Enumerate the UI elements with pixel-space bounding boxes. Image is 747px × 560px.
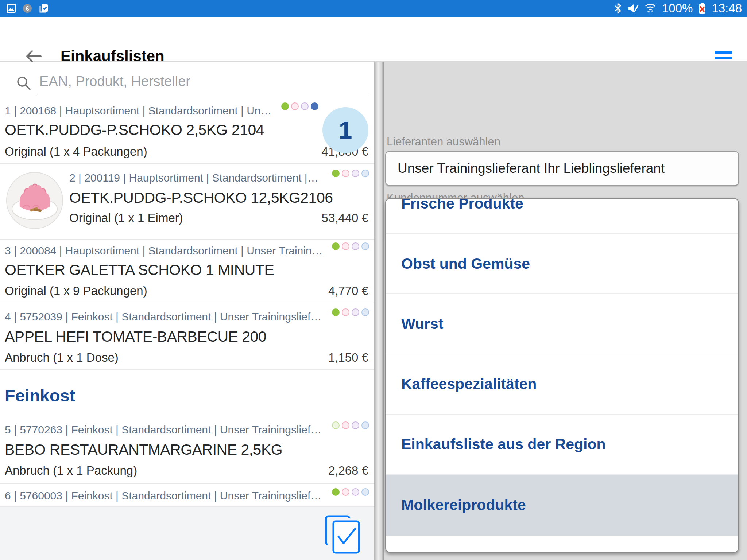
- product-meta: 6 | 5760003 | Feinkost | Standardsortime…: [5, 490, 321, 502]
- product-price: 1,150 €: [328, 351, 368, 365]
- supplier-select[interactable]: Unser Trainingslieferant Ihr Lieblingsli…: [385, 151, 739, 186]
- assortment-dot: [352, 308, 359, 316]
- search-row: [0, 62, 374, 98]
- shopping-list-panel: Frische Produkte Obst und Gemüse Wurst K…: [385, 198, 739, 553]
- list-footer: [0, 507, 374, 560]
- list-item-einkaufsliste-aus-der-region[interactable]: Einkaufsliste aus der Region: [386, 415, 738, 475]
- assortment-dot: [342, 421, 349, 429]
- list-item-molkereiprodukte[interactable]: Molkereiprodukte: [386, 475, 738, 536]
- list-item-stub: [386, 536, 738, 551]
- hamburger-bar: [715, 57, 732, 59]
- product-variant: Original (1 x 1 Eimer): [69, 211, 183, 225]
- back-button[interactable]: [24, 49, 43, 63]
- list-item-obst-und-gemuese[interactable]: Obst und Gemüse: [386, 234, 738, 294]
- product-price: 4,770 €: [328, 284, 368, 298]
- product-meta: 1 | 200168 | Hauptsortiment | Standardso…: [5, 105, 272, 117]
- assortment-dot: [352, 421, 359, 429]
- supplier-select-label: Lieferanten auswählen: [387, 135, 500, 148]
- assortment-dot: [332, 488, 340, 496]
- hamburger-bar: [715, 51, 732, 54]
- clipboard-check-icon: [39, 3, 49, 13]
- assortment-dot: [332, 421, 340, 429]
- drawer-edge-handle[interactable]: [374, 62, 384, 560]
- battery-percent: 100%: [662, 1, 693, 15]
- product-price: 53,440 €: [322, 211, 368, 225]
- assortment-dot: [352, 488, 359, 496]
- assortment-dots: [330, 242, 369, 250]
- assortment-dot: [361, 308, 369, 316]
- app-screen: € 100%: [0, 0, 747, 560]
- bluetooth-icon: [614, 3, 622, 14]
- assortment-dot: [342, 308, 349, 316]
- product-meta: 5 | 5770263 | Feinkost | Standardsortime…: [5, 424, 321, 436]
- product-variant: Anbruch (1 x 1 Packung): [5, 464, 137, 478]
- product-title: OETKER GALETTA SCHOKO 1 MINUTE: [5, 261, 274, 279]
- clock: 13:48: [712, 1, 742, 15]
- product-meta: 3 | 200084 | Hauptsortiment | Standardso…: [5, 245, 323, 257]
- assortment-dot: [332, 308, 340, 316]
- wifi-icon: [644, 3, 657, 14]
- list-item-wurst[interactable]: Wurst: [386, 294, 738, 354]
- assortment-dot: [332, 170, 340, 177]
- assortment-dots: [330, 308, 369, 316]
- app-header: Einkaufslisten: [0, 17, 747, 62]
- status-bar: € 100%: [0, 0, 747, 17]
- product-price: 2,268 €: [328, 464, 368, 478]
- svg-text:€: €: [26, 5, 29, 12]
- product-image: [6, 172, 63, 229]
- assortment-dots: [279, 102, 318, 110]
- assortment-dots: [330, 170, 369, 177]
- search-underline: [36, 94, 368, 94]
- product-variant: Original (1 x 9 Packungen): [5, 284, 147, 298]
- assortment-dots: [330, 488, 369, 496]
- battery-error-icon: [698, 2, 707, 15]
- product-row-2[interactable]: 2 | 200119 | Hauptsortiment | Standardso…: [0, 164, 374, 240]
- product-row-3[interactable]: 3 | 200084 | Hauptsortiment | Standardso…: [0, 240, 374, 303]
- selection-drawer: Lieferanten auswählen Unser Trainingslie…: [374, 62, 747, 560]
- product-title: APPEL HEFI TOMATE-BARBECUE 200: [5, 328, 266, 345]
- assortment-dot: [342, 242, 349, 250]
- assortment-dot: [361, 421, 369, 429]
- assortment-dot: [361, 242, 369, 250]
- assortment-dot: [352, 242, 359, 250]
- product-meta: 4 | 5752039 | Feinkost | Standardsortime…: [5, 311, 321, 323]
- list-item-kaffeespezialitaeten[interactable]: Kaffeespezialitäten: [386, 354, 738, 415]
- product-variant: Original (1 x 4 Packungen): [5, 145, 147, 159]
- product-title: OETK.PUDDG-P.SCHOKO 2,5KG 2104: [5, 121, 264, 139]
- product-row-4[interactable]: 4 | 5752039 | Feinkost | Standardsortime…: [0, 303, 374, 370]
- assortment-dot: [291, 102, 299, 110]
- assortment-dots: [330, 421, 369, 429]
- supplier-select-value: Unser Trainingslieferant Ihr Lieblingsli…: [398, 161, 665, 176]
- assortment-dot: [361, 170, 369, 177]
- product-variant: Anbruch (1 x 1 Dose): [5, 351, 119, 365]
- assortment-dot: [352, 170, 359, 177]
- assortment-dot: [342, 488, 349, 496]
- assortment-dot: [311, 102, 318, 110]
- gallery-icon: [7, 4, 16, 13]
- search-input[interactable]: [39, 73, 361, 90]
- product-meta: 2 | 200119 | Hauptsortiment | Standardso…: [69, 172, 318, 184]
- product-row-6[interactable]: 6 | 5760003 | Feinkost | Standardsortime…: [0, 484, 374, 507]
- product-row-1[interactable]: 1 | 200168 | Hauptsortiment | Standardso…: [0, 98, 374, 164]
- multiselect-checklist-icon[interactable]: [321, 513, 363, 555]
- assortment-dot: [342, 170, 349, 177]
- product-title: BEBO RESTAURANTMARGARINE 2,5KG: [5, 441, 282, 458]
- status-notification-icons: €: [7, 3, 49, 13]
- assortment-dot: [281, 102, 289, 110]
- quantity-badge[interactable]: 1: [322, 107, 368, 153]
- product-row-5[interactable]: 5 | 5770263 | Feinkost | Standardsortime…: [0, 417, 374, 484]
- assortment-dot: [301, 102, 309, 110]
- search-icon: [16, 75, 31, 91]
- sound-muted-icon: [627, 3, 639, 14]
- section-header: Feinkost: [5, 385, 75, 405]
- euro-notification-icon: €: [23, 4, 32, 13]
- product-list-panel: 1 | 200168 | Hauptsortiment | Standardso…: [0, 62, 374, 560]
- assortment-dot: [332, 242, 340, 250]
- assortment-dot: [361, 488, 369, 496]
- list-item-frische-produkte[interactable]: Frische Produkte: [386, 198, 738, 234]
- product-title: OETK.PUDDG-P.SCHOKO 12,5KG2106: [69, 189, 333, 206]
